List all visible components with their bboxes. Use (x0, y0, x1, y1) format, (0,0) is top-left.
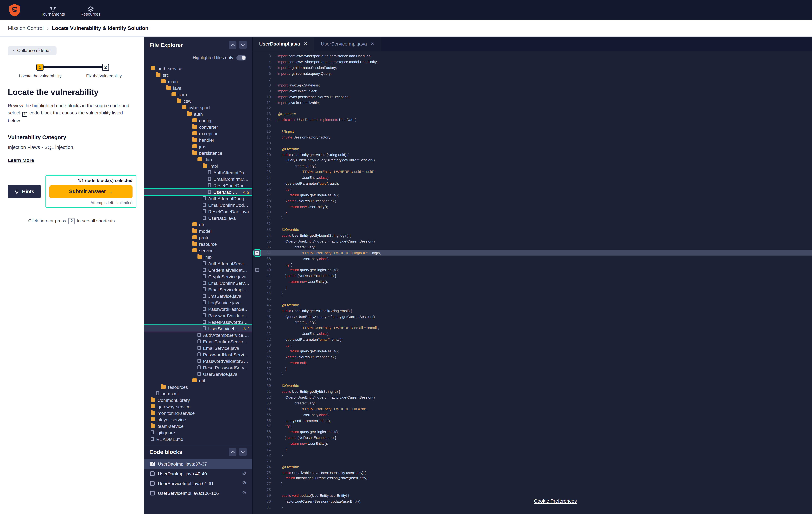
tree-item-src[interactable]: src (144, 72, 252, 78)
tree-item-main[interactable]: main (144, 78, 252, 84)
tree-item-authattemptdaoimpl-java[interactable]: AuthAttemptDaoImpl.java (144, 169, 252, 175)
shortcut-hint[interactable]: Click here or press ? to see all shortcu… (8, 218, 137, 224)
tree-item-resources[interactable]: resources (144, 384, 252, 390)
code-blocks-next-button[interactable] (239, 448, 247, 456)
tree-item-emailconfirmservice-java[interactable]: EmailConfirmService.java (144, 338, 252, 345)
tree-item-cybersport[interactable]: cybersport (144, 104, 252, 111)
tree-item-passwordvalidatorimpl-java[interactable]: PasswordValidatorImpl.java (144, 312, 252, 319)
tree-item-proto[interactable]: proto (144, 234, 252, 241)
tree-item-commonlibrary[interactable]: CommonLibrary (144, 397, 252, 403)
tree-item-credentialvalidatorimpl-java[interactable]: CredentialValidatorImpl.java (144, 267, 252, 273)
line-40-checkbox[interactable] (255, 268, 259, 272)
tree-item-userdaoimpl-java[interactable]: UserDaoImpl.java2 (144, 189, 252, 195)
code-block-checkbox[interactable] (150, 471, 154, 476)
tree-item-gateway-service[interactable]: gateway-service (144, 403, 252, 410)
tree-item-authattemptservice-java[interactable]: AuthAttemptService.java (144, 332, 252, 338)
code-block-checkbox[interactable] (150, 461, 154, 466)
tab-userserviceimpl[interactable]: UserServiceImpl.java × (314, 37, 381, 51)
tree-item-impl[interactable]: impl (144, 253, 252, 260)
tree-item-resetpasswordserviceimpl-java[interactable]: ResetPasswordServiceImpl.java (144, 319, 252, 325)
tree-item-com[interactable]: com (144, 91, 252, 98)
tree-item-java[interactable]: java (144, 84, 252, 91)
breadcrumb-root[interactable]: Mission Control (8, 25, 44, 31)
tree-item-userservice-java[interactable]: UserService.java (144, 371, 252, 377)
tree-item-resource[interactable]: resource (144, 241, 252, 247)
tree-item-cryptoservice-java[interactable]: CryptoService.java (144, 273, 252, 279)
tree-item-dao[interactable]: dao (144, 156, 252, 163)
brand-shield-logo[interactable] (8, 3, 22, 17)
tab-userdaoimpl[interactable]: UserDaoImpl.java × (253, 37, 314, 51)
code-block-checkbox[interactable] (150, 491, 154, 495)
line-37-checkbox[interactable] (255, 251, 259, 255)
tree-item-logservice-java[interactable]: LogService.java (144, 299, 252, 306)
tree-item-model[interactable]: model (144, 227, 252, 234)
collapse-sidebar-button[interactable]: ‹ Collapse sidebar (8, 46, 56, 55)
tree-item-team-service[interactable]: team-service (144, 423, 252, 429)
tree-item--gitignore[interactable]: .gitignore (144, 429, 252, 436)
code-block-checkbox[interactable] (150, 481, 154, 485)
tree-item-csw[interactable]: csw (144, 98, 252, 104)
close-icon[interactable]: × (371, 41, 374, 47)
tree-item-monitoring-service[interactable]: monitoring-service (144, 410, 252, 416)
code-line-24: 24 UserEntity.class); (253, 175, 812, 181)
tree-item-userdao-java[interactable]: UserDao.java (144, 215, 252, 221)
code-block-row[interactable]: UserServiceImpl.java:61-61 (144, 478, 252, 488)
tree-item-config[interactable]: config (144, 117, 252, 124)
learn-more-link[interactable]: Learn More (8, 158, 34, 163)
nav-tournaments[interactable]: Tournaments (41, 4, 65, 17)
code-blocks-prev-button[interactable] (229, 448, 236, 456)
nav-resources[interactable]: Resources (81, 4, 100, 17)
tree-item-auth[interactable]: auth (144, 111, 252, 117)
tree-item-passwordhashservice-java[interactable]: PasswordHashService.java (144, 351, 252, 358)
tree-item-passwordhashserviceimpl-java[interactable]: PasswordHashServiceImpl.java (144, 306, 252, 312)
submit-answer-button[interactable]: Submit answer → (49, 185, 133, 198)
code-block-row[interactable]: UserDaoImpl.java:40-40 (144, 468, 252, 478)
tree-item-label: PasswordHashServiceImpl.java (208, 306, 250, 311)
tree-item-resetcodedao-java[interactable]: ResetCodeDao.java (144, 208, 252, 215)
code-block-row[interactable]: UserDaoImpl.java:37-37 (144, 459, 252, 468)
tree-item-emailconfirmserviceimpl-java[interactable]: EmailConfirmServiceImpl.java (144, 279, 252, 286)
tree-item-service[interactable]: service (144, 247, 252, 253)
tree-item-player-service[interactable]: player-service (144, 416, 252, 423)
highlighted-files-toggle[interactable] (236, 55, 246, 60)
folder-icon (198, 255, 202, 259)
step-1-badge[interactable]: 1 (36, 63, 44, 71)
tree-item-auth-service[interactable]: auth-service (144, 65, 252, 72)
line-number: 62 (261, 395, 271, 399)
hints-button[interactable]: Hints (8, 185, 41, 198)
tree-item-dto[interactable]: dto (144, 221, 252, 227)
code-line-59: 59 (253, 377, 812, 383)
tree-item-persistence[interactable]: persistence (144, 150, 252, 156)
line-number: 20 (261, 153, 271, 156)
line-number: 12 (261, 106, 271, 110)
tree-item-converter[interactable]: converter (144, 124, 252, 130)
tree-item-resetpasswordservice-java[interactable]: ResetPasswordService.java (144, 364, 252, 371)
cookie-preferences-link[interactable]: Cookie Preferences (534, 498, 577, 504)
tree-item-emailconfirmcodedaoimpl-java[interactable]: EmailConfirmCodeDaoImpl.java (144, 175, 252, 182)
tree-item-readme-md[interactable]: README.md (144, 436, 252, 442)
tree-item-jmsservice-java[interactable]: JmsService.java (144, 293, 252, 299)
explorer-prev-button[interactable] (229, 41, 236, 49)
tree-item-resetcodedaoimpl-java[interactable]: ResetCodeDaoImpl.java (144, 182, 252, 189)
tree-item-impl[interactable]: impl (144, 163, 252, 169)
tree-item-label: csw (183, 99, 191, 103)
close-icon[interactable]: × (304, 41, 307, 47)
tree-item-exception[interactable]: exception (144, 130, 252, 137)
tree-item-authattemptserviceimpl-java[interactable]: AuthAttemptServiceImpl.java (144, 260, 252, 267)
tree-item-jms[interactable]: jms (144, 143, 252, 150)
tree-item-emailconfirmcodedao-java[interactable]: EmailConfirmCodeDao.java (144, 201, 252, 208)
tree-item-handler[interactable]: handler (144, 137, 252, 143)
tree-item-passwordvalidatorservice-java[interactable]: PasswordValidatorService.java (144, 358, 252, 364)
tree-item-emailserviceimpl-java[interactable]: EmailServiceImpl.java (144, 286, 252, 293)
code-text: UserEntity.class); (271, 332, 330, 336)
tree-item-util[interactable]: util (144, 377, 252, 384)
tree-item-emailservice-java[interactable]: EmailService.java (144, 345, 252, 351)
code-line-66: 66 query.setParameter("id", id); (253, 417, 812, 423)
tree-item-userserviceimpl-java[interactable]: UserServiceImpl.java2 (144, 325, 252, 332)
tree-item-authattemptdao-java[interactable]: AuthAttemptDao.java (144, 195, 252, 201)
warning-badge: 2 (242, 190, 250, 194)
explorer-next-button[interactable] (239, 41, 247, 49)
code-block-row[interactable]: UserServiceImpl.java:106-106 (144, 488, 252, 498)
step-2-badge[interactable]: 2 (102, 63, 109, 71)
tree-item-pom-xml[interactable]: pom.xml (144, 390, 252, 397)
